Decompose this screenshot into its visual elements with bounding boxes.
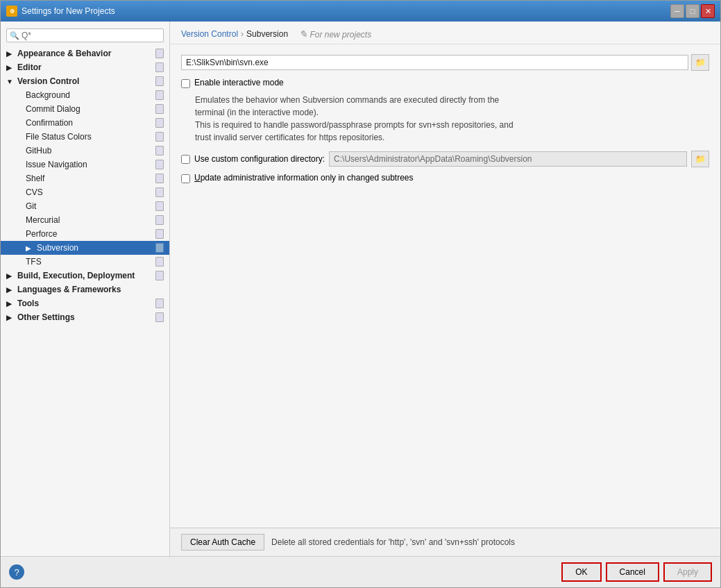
expand-arrow: ▶ xyxy=(6,300,15,308)
custom-config-input[interactable] xyxy=(329,151,687,167)
settings-window: ⚙ Settings for New Projects ─ □ ✕ 🔍 ▶ Ap… xyxy=(0,0,721,588)
sidebar-label-file-status-colors: File Status Colors xyxy=(26,132,92,142)
sidebar-item-perforce[interactable]: Perforce xyxy=(1,227,169,241)
sidebar-item-cvs[interactable]: CVS xyxy=(1,185,169,199)
cancel-button[interactable]: Cancel xyxy=(606,562,659,582)
sidebar-item-issue-navigation[interactable]: Issue Navigation xyxy=(1,158,169,171)
svn-path-row: 📁 xyxy=(181,54,709,71)
sidebar-label-tfs: TFS xyxy=(26,257,42,267)
sidebar-label-subversion: Subversion xyxy=(37,243,78,253)
page-icon xyxy=(155,201,164,211)
page-icon xyxy=(155,62,164,72)
sidebar-label-languages: Languages & Frameworks xyxy=(17,285,121,294)
sidebar-label-appearance: Appearance & Behavior xyxy=(17,49,111,58)
page-icon xyxy=(155,49,164,58)
bottom-bar: Clear Auth Cache Delete all stored crede… xyxy=(170,528,720,556)
sidebar-item-build[interactable]: ▶ Build, Execution, Deployment xyxy=(1,269,169,283)
search-input[interactable] xyxy=(22,31,160,40)
sidebar-label-confirmation: Confirmation xyxy=(26,118,73,128)
expand-arrow: ▶ xyxy=(26,244,34,252)
expand-arrow: ▶ xyxy=(6,286,15,294)
sidebar-item-git[interactable]: Git xyxy=(1,199,169,213)
page-icon xyxy=(155,257,164,267)
expand-arrow: ▼ xyxy=(6,78,15,85)
page-icon xyxy=(155,271,164,280)
window-title: Settings for New Projects xyxy=(22,6,670,16)
desc-line4: trust invalid server certificates for ht… xyxy=(195,131,709,144)
sidebar-item-tfs[interactable]: TFS xyxy=(1,255,169,269)
clear-auth-cache-button[interactable]: Clear Auth Cache xyxy=(181,534,264,551)
enable-interactive-checkbox[interactable] xyxy=(181,79,190,88)
sidebar-item-confirmation[interactable]: Confirmation xyxy=(1,116,169,130)
custom-config-checkbox[interactable] xyxy=(181,155,190,164)
ok-button[interactable]: OK xyxy=(561,562,601,582)
sidebar-label-cvs: CVS xyxy=(26,187,43,197)
sidebar-item-other-settings[interactable]: ▶ Other Settings xyxy=(1,310,169,324)
sidebar-item-appearance[interactable]: ▶ Appearance & Behavior xyxy=(1,47,169,60)
sidebar-item-commit-dialog[interactable]: Commit Dialog xyxy=(1,102,169,116)
apply-button[interactable]: Apply xyxy=(663,562,712,582)
window-controls: ─ □ ✕ xyxy=(670,4,715,18)
expand-arrow: ▶ xyxy=(6,64,15,72)
desc-line3: This is required to handle password/pass… xyxy=(195,119,709,131)
title-bar: ⚙ Settings for New Projects ─ □ ✕ xyxy=(1,1,720,22)
page-icon xyxy=(155,299,164,308)
sidebar-label-issue-navigation: Issue Navigation xyxy=(26,160,87,169)
sidebar-item-version-control[interactable]: ▼ Version Control xyxy=(1,74,169,88)
sidebar-item-editor[interactable]: ▶ Editor xyxy=(1,60,169,74)
app-icon: ⚙ xyxy=(6,6,17,17)
sidebar-item-file-status-colors[interactable]: File Status Colors xyxy=(1,130,169,144)
expand-arrow: ▶ xyxy=(6,50,15,58)
browse-folder-button[interactable]: 📁 xyxy=(691,54,709,71)
expand-arrow: ▶ xyxy=(6,314,15,321)
sidebar-label-perforce: Perforce xyxy=(26,229,57,239)
breadcrumb-current: Subversion xyxy=(246,29,288,39)
sidebar-label-mercurial: Mercurial xyxy=(26,215,60,225)
sidebar-label-github: GitHub xyxy=(26,146,51,156)
maximize-button[interactable]: □ xyxy=(686,4,699,18)
page-icon xyxy=(155,312,164,322)
sidebar-item-languages[interactable]: ▶ Languages & Frameworks xyxy=(1,283,169,296)
sidebar-label-background: Background xyxy=(26,90,70,100)
description-block: Emulates the behavior when Subversion co… xyxy=(195,94,709,144)
clear-auth-cache-description: Delete all stored credentials for 'http'… xyxy=(271,537,515,547)
sidebar-label-other-settings: Other Settings xyxy=(17,312,75,322)
search-box[interactable]: 🔍 xyxy=(6,28,164,42)
sidebar-item-shelf[interactable]: Shelf xyxy=(1,171,169,185)
update-admin-row: Update administrative information only i… xyxy=(181,173,709,183)
sidebar-item-tools[interactable]: ▶ Tools xyxy=(1,296,169,310)
page-icon xyxy=(155,243,164,253)
sidebar-item-github[interactable]: GitHub xyxy=(1,144,169,158)
page-icon xyxy=(155,215,164,225)
sidebar-label-version-control: Version Control xyxy=(17,76,79,86)
sidebar-label-editor: Editor xyxy=(17,62,42,72)
enable-interactive-label[interactable]: Enable interactive mode xyxy=(194,78,284,87)
page-icon xyxy=(155,229,164,239)
content-inner: 📁 Enable interactive mode Emulates the b… xyxy=(170,44,720,296)
dialog-body: 🔍 ▶ Appearance & Behavior ▶ Editor xyxy=(1,22,720,587)
page-icon xyxy=(155,174,164,183)
close-button[interactable]: ✕ xyxy=(701,4,715,18)
page-icon xyxy=(155,90,164,100)
breadcrumb: Version Control › Subversion ✎ For new p… xyxy=(170,22,720,44)
sidebar-label-tools: Tools xyxy=(17,299,39,308)
update-admin-checkbox[interactable] xyxy=(181,174,190,183)
breadcrumb-tag: ✎ For new projects xyxy=(299,28,371,40)
svg-text:⚙: ⚙ xyxy=(10,8,15,15)
help-button[interactable]: ? xyxy=(9,564,24,580)
svn-path-input[interactable] xyxy=(181,55,688,70)
sidebar: 🔍 ▶ Appearance & Behavior ▶ Editor xyxy=(1,22,170,556)
content-panel: Version Control › Subversion ✎ For new p… xyxy=(170,22,720,556)
minimize-button[interactable]: ─ xyxy=(670,4,684,18)
desc-line2: terminal (in the interactive mode). xyxy=(195,106,709,119)
breadcrumb-parent[interactable]: Version Control xyxy=(181,29,238,39)
page-icon xyxy=(155,118,164,128)
main-area: 🔍 ▶ Appearance & Behavior ▶ Editor xyxy=(1,22,720,556)
sidebar-item-subversion[interactable]: ▶ Subversion xyxy=(1,241,169,255)
sidebar-item-background[interactable]: Background xyxy=(1,88,169,102)
custom-config-browse-button[interactable]: 📁 xyxy=(691,151,709,167)
sidebar-item-mercurial[interactable]: Mercurial xyxy=(1,213,169,227)
page-icon xyxy=(155,104,164,114)
update-admin-label: Update administrative information only i… xyxy=(194,173,414,183)
search-icon: 🔍 xyxy=(10,31,19,40)
